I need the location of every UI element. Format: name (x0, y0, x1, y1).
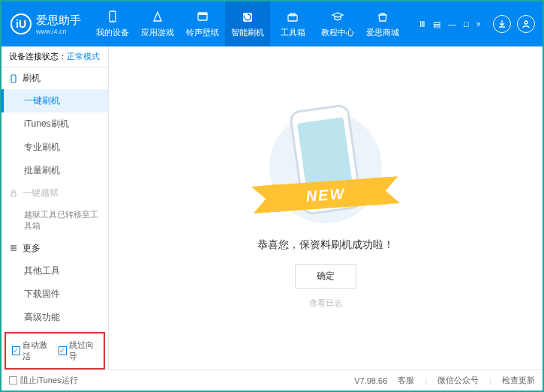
menu-flash-header[interactable]: 刷机 (2, 67, 108, 89)
check-icon: ✓ (12, 346, 20, 355)
nav-tutorial[interactable]: 教程中心 (315, 1, 360, 46)
window-buttons: Ⅲ ▤ — □ × (417, 19, 483, 29)
menu-jailbreak-note: 越狱工具已转移至工具箱 (2, 204, 108, 238)
lock-icon (9, 189, 18, 198)
skip-guide-checkbox[interactable]: ✓跳过向导 (59, 340, 98, 362)
sidebar: 设备连接状态：正常模式 刷机 一键刷机 iTunes刷机 专业刷机 批量刷机 一… (2, 46, 109, 370)
toolbox-icon (285, 10, 300, 25)
nav-flash[interactable]: 智能刷机 (225, 1, 270, 46)
success-illustration: NEW (258, 107, 393, 227)
nav-apps[interactable]: 应用游戏 (135, 1, 180, 46)
header-controls: Ⅲ ▤ — □ × (417, 15, 542, 33)
options-highlight-box: ✓自动激活 ✓跳过向导 (5, 332, 105, 370)
check-update-link[interactable]: 检查更新 (502, 375, 535, 386)
phone-icon (9, 74, 18, 83)
checkbox-icon (9, 376, 17, 385)
ok-button[interactable]: 确定 (295, 264, 356, 289)
skin-button[interactable]: ▤ (431, 19, 443, 29)
apps-icon (150, 10, 165, 25)
menu-itunes-flash[interactable]: iTunes刷机 (2, 112, 108, 136)
success-message: 恭喜您，保资料刷机成功啦！ (257, 238, 394, 252)
user-button[interactable] (517, 15, 535, 33)
nav-ringtone[interactable]: 铃声壁纸 (180, 1, 225, 46)
app-logo: iU 爱思助手 www.i4.cn (2, 13, 90, 35)
auto-activate-checkbox[interactable]: ✓自动激活 (12, 340, 51, 362)
menu-oneclick-flash[interactable]: 一键刷机 (2, 89, 108, 112)
view-log-link[interactable]: 查看日志 (309, 298, 342, 309)
maximize-button[interactable]: □ (461, 19, 471, 28)
nav-store[interactable]: 爱思商城 (360, 1, 405, 46)
svg-point-7 (524, 21, 527, 24)
menu-batch-flash[interactable]: 批量刷机 (2, 159, 108, 182)
check-icon: ✓ (59, 346, 67, 355)
menu-more-header[interactable]: 更多 (2, 238, 108, 259)
app-name: 爱思助手 (36, 13, 81, 28)
svg-rect-8 (11, 75, 16, 82)
svg-point-1 (112, 19, 113, 21)
tutorial-icon (330, 10, 345, 25)
main-nav: 我的设备 应用游戏 铃声壁纸 智能刷机 工具箱 教程中心 爱思商城 (90, 1, 417, 46)
wallpaper-icon (195, 10, 210, 25)
svg-rect-3 (198, 13, 207, 15)
logo-icon: iU (11, 13, 32, 34)
app-header: iU 爱思助手 www.i4.cn 我的设备 应用游戏 铃声壁纸 智能刷机 工具… (2, 1, 542, 46)
wechat-link[interactable]: 微信公众号 (437, 375, 479, 386)
flash-icon (240, 10, 255, 25)
menu-jailbreak-header: 一键越狱 (2, 182, 108, 204)
close-button[interactable]: × (474, 19, 483, 28)
list-icon (9, 244, 18, 253)
app-url: www.i4.cn (36, 28, 81, 35)
nav-my-device[interactable]: 我的设备 (90, 1, 135, 46)
store-icon (375, 10, 390, 25)
svg-rect-9 (11, 193, 16, 196)
nav-toolbox[interactable]: 工具箱 (270, 1, 315, 46)
block-itunes-checkbox[interactable]: 阻止iTunes运行 (9, 375, 78, 386)
download-button[interactable] (493, 15, 511, 33)
menu-advanced[interactable]: 高级功能 (2, 306, 108, 329)
device-icon (105, 10, 120, 25)
menu-download-firmware[interactable]: 下载固件 (2, 283, 108, 306)
footer: 阻止iTunes运行 V7.98.66 客服| 微信公众号| 检查更新 (2, 370, 542, 391)
customer-service-link[interactable]: 客服 (398, 375, 414, 386)
menu-other-tools[interactable]: 其他工具 (2, 259, 108, 283)
sys-menu-button[interactable]: Ⅲ (417, 19, 428, 29)
main-content: NEW 恭喜您，保资料刷机成功啦！ 确定 查看日志 (109, 46, 542, 370)
minimize-button[interactable]: — (446, 19, 458, 28)
version-label: V7.98.66 (354, 376, 387, 385)
menu-pro-flash[interactable]: 专业刷机 (2, 136, 108, 159)
connection-status: 设备连接状态：正常模式 (2, 46, 108, 67)
